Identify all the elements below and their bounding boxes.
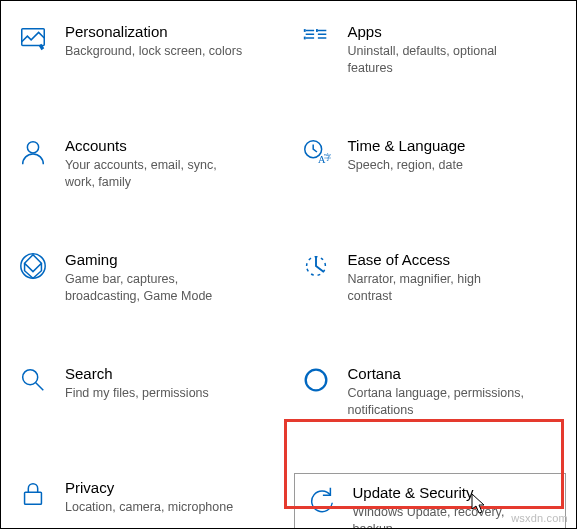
- svg-rect-8: [303, 37, 305, 40]
- settings-item-privacy[interactable]: Privacy Location, camera, microphone: [11, 473, 284, 529]
- settings-item-apps[interactable]: Apps Uninstall, defaults, optional featu…: [294, 17, 567, 87]
- settings-item-desc: Uninstall, defaults, optional features: [348, 43, 528, 77]
- settings-item-text: Accounts Your accounts, email, sync, wor…: [65, 137, 245, 191]
- svg-line-16: [36, 383, 44, 391]
- settings-item-desc: Find my files, permissions: [65, 385, 209, 402]
- settings-item-search[interactable]: Search Find my files, permissions: [11, 359, 284, 429]
- settings-item-text: Cortana Cortana language, permissions, n…: [348, 365, 528, 419]
- settings-item-desc: Game bar, captures, broadcasting, Game M…: [65, 271, 245, 305]
- settings-item-text: Personalization Background, lock screen,…: [65, 23, 242, 60]
- settings-item-accounts[interactable]: Accounts Your accounts, email, sync, wor…: [11, 131, 284, 201]
- settings-item-title: Accounts: [65, 137, 245, 155]
- apps-icon: [298, 23, 334, 59]
- settings-item-text: Ease of Access Narrator, magnifier, high…: [348, 251, 528, 305]
- watermark-text: wsxdn.com: [511, 512, 568, 524]
- search-icon: [15, 365, 51, 401]
- svg-text:字: 字: [324, 153, 331, 162]
- settings-item-text: Search Find my files, permissions: [65, 365, 209, 402]
- svg-point-15: [23, 370, 38, 385]
- cortana-icon: [298, 365, 334, 401]
- settings-item-desc: Location, camera, microphone: [65, 499, 233, 516]
- settings-item-text: Privacy Location, camera, microphone: [65, 479, 233, 516]
- time-language-icon: A字: [298, 137, 334, 173]
- update-security-icon: [303, 484, 339, 520]
- settings-item-gaming[interactable]: Gaming Game bar, captures, broadcasting,…: [11, 245, 284, 315]
- settings-item-title: Personalization: [65, 23, 242, 41]
- gaming-icon: [15, 251, 51, 287]
- ease-of-access-icon: [298, 251, 334, 287]
- settings-item-title: Ease of Access: [348, 251, 528, 269]
- settings-item-desc: Narrator, magnifier, high contrast: [348, 271, 528, 305]
- settings-item-text: Apps Uninstall, defaults, optional featu…: [348, 23, 528, 77]
- settings-item-desc: Background, lock screen, colors: [65, 43, 242, 60]
- settings-item-desc: Cortana language, permissions, notificat…: [348, 385, 528, 419]
- settings-item-title: Gaming: [65, 251, 245, 269]
- svg-point-17: [305, 370, 326, 391]
- settings-item-title: Update & Security: [353, 484, 533, 502]
- privacy-icon: [15, 479, 51, 515]
- settings-item-personalization[interactable]: Personalization Background, lock screen,…: [11, 17, 284, 87]
- personalization-icon: [15, 23, 51, 59]
- settings-item-text: Time & Language Speech, region, date: [348, 137, 466, 174]
- svg-rect-9: [316, 29, 318, 32]
- settings-item-cortana[interactable]: Cortana Cortana language, permissions, n…: [294, 359, 567, 429]
- svg-rect-18: [25, 492, 42, 504]
- settings-item-text: Update & Security Windows Update, recove…: [353, 484, 533, 529]
- settings-item-ease-of-access[interactable]: Ease of Access Narrator, magnifier, high…: [294, 245, 567, 315]
- settings-grid: Personalization Background, lock screen,…: [11, 17, 566, 529]
- svg-rect-7: [303, 29, 305, 32]
- settings-item-time-language[interactable]: A字 Time & Language Speech, region, date: [294, 131, 567, 201]
- settings-item-title: Cortana: [348, 365, 528, 383]
- settings-item-text: Gaming Game bar, captures, broadcasting,…: [65, 251, 245, 305]
- settings-item-desc: Windows Update, recovery, backup: [353, 504, 533, 529]
- settings-item-title: Search: [65, 365, 209, 383]
- settings-item-title: Time & Language: [348, 137, 466, 155]
- accounts-icon: [15, 137, 51, 173]
- settings-item-title: Privacy: [65, 479, 233, 497]
- settings-item-desc: Your accounts, email, sync, work, family: [65, 157, 245, 191]
- settings-item-desc: Speech, region, date: [348, 157, 466, 174]
- settings-item-title: Apps: [348, 23, 528, 41]
- svg-point-10: [27, 142, 38, 153]
